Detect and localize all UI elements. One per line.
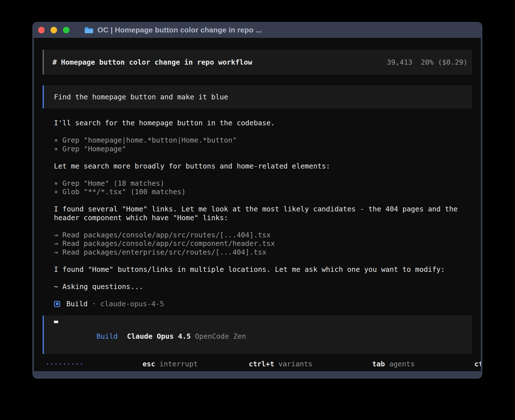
separator-dot: · [92, 300, 96, 309]
hint-variants: ctrl+tvariants [198, 352, 312, 371]
spinner-dot [68, 363, 69, 365]
spacer [54, 257, 472, 265]
agent-model-id: claude-opus-4-5 [100, 300, 164, 309]
tool-call-grep: ∗ Grep "Home" (18 matches) [54, 179, 472, 188]
folder-icon [84, 27, 93, 34]
spinner-dot [72, 363, 74, 365]
spinner-dot [77, 363, 78, 365]
user-message-text: Find the homepage button and make it blu… [54, 93, 228, 101]
hint-key: ctrl+p [474, 360, 481, 368]
spinner-dot [81, 363, 82, 365]
input-meta-row: BuildClaude Opus 4.5OpenCode Zen [54, 323, 472, 349]
agent-build-icon [54, 301, 60, 307]
context-usage: 20% ($0.29) [421, 58, 468, 66]
terminal-screen[interactable]: # Homepage button color change in repo w… [34, 38, 481, 371]
input-agent-label[interactable]: Build [97, 332, 118, 340]
window-title: OC | Homepage button color change in rep… [97, 26, 262, 34]
tool-call-glob: ∗ Glob "**/*.tsx" (100 matches) [54, 188, 472, 196]
agent-status-row: Build · claude-opus-4-5 [54, 300, 472, 309]
assistant-text: Let me search more broadly for buttons a… [54, 162, 472, 171]
zoom-button[interactable] [63, 27, 69, 33]
spinner-dot [51, 363, 53, 365]
hint-key: ctrl+t [249, 360, 274, 368]
agent-name: Build [66, 300, 88, 309]
prompt-input[interactable]: BuildClaude Opus 4.5OpenCode Zen [43, 316, 472, 354]
spinner-dot [47, 363, 48, 365]
text-cursor [54, 321, 58, 323]
token-count: 39,413 [387, 58, 412, 66]
input-model-label[interactable]: Claude Opus 4.5 [127, 332, 191, 340]
assistant-text: I'll search for the homepage button in t… [54, 119, 472, 128]
close-button[interactable] [38, 27, 45, 33]
session-meta: 39,413 20% ($0.29) [387, 58, 468, 66]
minimize-button[interactable] [51, 27, 57, 33]
spinner-dot [60, 363, 61, 365]
session-title: # Homepage button color change in repo w… [53, 58, 252, 66]
hint-key: esc [143, 360, 155, 368]
spacer [54, 274, 472, 283]
tool-call-read: → Read packages/console/app/src/componen… [54, 239, 472, 248]
spinner-dot [55, 363, 57, 365]
hint-agents: tabagents [321, 352, 415, 371]
tool-call-read: → Read packages/enterprise/src/routes/[.… [54, 248, 472, 257]
window-titlebar: OC | Homepage button color change in rep… [33, 22, 482, 38]
spacer [54, 153, 472, 162]
session-header: # Homepage button color change in repo w… [43, 50, 472, 75]
spacer [54, 196, 472, 205]
status-bar: escinterrupt ctrl+tvariants tabagents ct… [43, 360, 472, 368]
spinner-dots [47, 363, 82, 365]
working-status-text: ~ Asking questions... [54, 283, 472, 291]
hint-key: tab [372, 360, 385, 368]
spacer [54, 128, 472, 136]
assistant-text: header component which have "Home" links… [54, 214, 472, 222]
spacer [54, 291, 472, 300]
spacer [54, 222, 472, 231]
input-provider-label: OpenCode Zen [195, 332, 246, 340]
user-message: Find the homepage button and make it blu… [43, 85, 472, 108]
hint-commands: ctrl+pcommands [424, 352, 481, 371]
assistant-text: I found "Home" buttons/links in multiple… [54, 265, 472, 274]
hint-label: interrupt [160, 360, 198, 368]
status-left: escinterrupt [47, 352, 198, 371]
tool-call-read: → Read packages/console/app/src/routes/[… [54, 231, 472, 240]
transcript: I'll search for the homepage button in t… [43, 119, 472, 308]
spacer [54, 170, 472, 179]
hint-interrupt: escinterrupt [91, 352, 198, 371]
terminal-window: OC | Homepage button color change in rep… [32, 22, 482, 379]
status-right: ctrl+tvariants tabagents ctrl+pcommands [198, 352, 481, 371]
tool-call-grep: ∗ Grep "homepage|home.*button|Home.*butt… [54, 136, 472, 145]
spinner-dot [64, 363, 65, 365]
hint-label: variants [278, 360, 312, 368]
tool-call-grep: ∗ Grep "Homepage" [54, 145, 472, 154]
assistant-text: I found several "Home" links. Let me loo… [54, 205, 472, 214]
hint-label: agents [389, 360, 414, 368]
